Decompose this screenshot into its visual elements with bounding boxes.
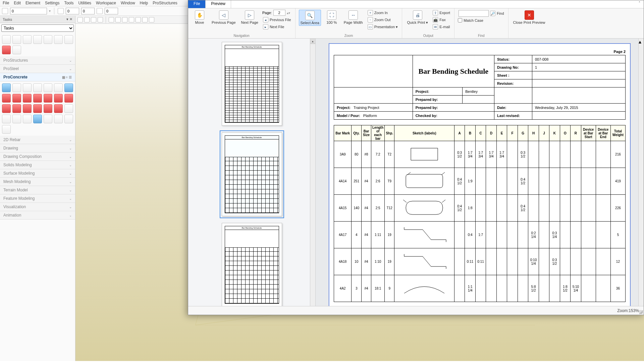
find-label[interactable]: Find (497, 11, 504, 15)
tool-icon[interactable] (33, 35, 42, 44)
tool-icon[interactable] (23, 35, 32, 44)
view-tool-icon[interactable] (142, 17, 148, 22)
menu-edit[interactable]: Edit (14, 1, 21, 5)
chevron-up-icon[interactable]: ˄ (637, 1, 642, 5)
delete-icon[interactable] (2, 46, 11, 54)
spinner-icon[interactable]: ▴▾ (287, 11, 290, 15)
presentation-button[interactable]: ▭Presentation ▾ (367, 24, 399, 30)
tool-icon[interactable] (33, 104, 42, 113)
binoculars-icon[interactable]: 🔎 (490, 11, 495, 16)
view-tool-icon[interactable] (149, 17, 154, 22)
section-drawing-composition[interactable]: Drawing Composition⌄ (0, 153, 75, 161)
tool-icon[interactable] (44, 83, 52, 92)
lineweight-combo[interactable] (81, 8, 95, 14)
tool-icon[interactable] (33, 115, 42, 123)
view-tool-icon[interactable] (129, 17, 134, 22)
fax-button[interactable]: 📠Fax (432, 17, 451, 23)
close-preview-button[interactable]: ✕Close Print Preview (512, 10, 547, 25)
tool-icon[interactable] (54, 83, 63, 92)
arrow-icon[interactable] (2, 35, 11, 44)
next-file-button[interactable]: ▸Next File (262, 24, 292, 30)
view-tool-icon[interactable] (91, 17, 96, 22)
tool-icon[interactable] (33, 83, 42, 92)
section-animation[interactable]: Animation⌄ (0, 211, 75, 220)
tool-icon[interactable] (2, 125, 11, 134)
menu-tools[interactable]: Tools (64, 1, 73, 5)
checkbox-icon[interactable] (458, 18, 462, 22)
previous-page-button[interactable]: ◁Previous Page (210, 10, 237, 25)
tool-icon[interactable] (44, 94, 52, 103)
section-solids-modeling[interactable]: Solids Modeling⌄ (0, 161, 75, 169)
view-tool-icon[interactable] (77, 17, 83, 22)
page-width-button[interactable]: ↔Page Width (342, 10, 364, 25)
help-icon[interactable] (64, 83, 73, 92)
view-tool-icon[interactable] (122, 17, 127, 22)
panel-controls[interactable]: ▾ ✕ (66, 17, 72, 21)
section-prosteel[interactable]: ProSteel⌄ (0, 65, 75, 73)
section-surface-modeling[interactable]: Surface Modeling⌄ (0, 169, 75, 178)
tool-icon[interactable] (2, 94, 11, 103)
section-2d-rebar[interactable]: 2D Rebar⌄ (0, 136, 75, 144)
tool-icon[interactable] (2, 83, 11, 92)
section-proconcrete[interactable]: ProConcrete▦ ≡ ☰ (0, 73, 75, 81)
tool-icon[interactable] (44, 104, 52, 113)
tasks-select[interactable]: Tasks (1, 24, 74, 32)
tool-icon[interactable] (54, 115, 63, 123)
section-terrain-model[interactable]: Terrain Model⌄ (0, 186, 75, 194)
tool-icon[interactable] (64, 115, 73, 123)
section-feature-modeling[interactable]: Feature Modeling⌄ (0, 194, 75, 203)
page-input[interactable] (273, 10, 285, 16)
tool-icon[interactable] (33, 94, 42, 103)
scroll-up-icon[interactable]: ▴ (639, 39, 644, 45)
tool-icon[interactable] (12, 46, 21, 54)
section-drawing[interactable]: Drawing⌄ (0, 144, 75, 153)
section-visualization[interactable]: Visualization⌄ (0, 203, 75, 211)
zoom-out-button[interactable]: －Zoom Out (367, 17, 399, 23)
resize-grip-icon[interactable] (639, 310, 643, 314)
tool-icon[interactable] (44, 35, 52, 44)
select-area-button[interactable]: 🔍Select Area (299, 10, 321, 26)
tool-icon[interactable] (12, 35, 21, 44)
dropdown-icon[interactable]: ▾ (49, 9, 51, 13)
tool-icon[interactable] (54, 94, 63, 103)
previous-file-button[interactable]: ◂Previous File (262, 17, 292, 23)
page-spinner[interactable]: Page:▴▾ (262, 10, 292, 16)
menu-help[interactable]: Help (140, 1, 148, 5)
view-tool-icon[interactable] (109, 17, 114, 22)
view-tool-icon[interactable] (98, 17, 103, 22)
section-mesh-modeling[interactable]: Mesh Modeling⌄ (0, 178, 75, 186)
zoom-in-button[interactable]: ＋Zoom In (367, 10, 399, 16)
tool-icon[interactable] (23, 104, 32, 113)
zoom-100-button[interactable]: ⛶100 % (324, 10, 340, 25)
menu-workspace[interactable]: Workspace (96, 1, 116, 5)
window-controls[interactable]: ˄ (637, 1, 642, 5)
level-combo[interactable] (10, 8, 47, 14)
view-tool-icon[interactable] (115, 17, 121, 22)
view-icons[interactable]: ▦ ≡ ☰ (62, 75, 72, 79)
next-page-button[interactable]: ▷Next Page (240, 10, 260, 25)
menu-window[interactable]: Window (121, 1, 135, 5)
quick-print-button[interactable]: 🖨Quick Print ▾ (406, 10, 429, 25)
view-tool-icon[interactable] (84, 17, 90, 22)
thumbnail-page-3[interactable]: Bar Bending Schedule (222, 223, 282, 306)
toolbar-button[interactable] (2, 8, 8, 14)
linestyle-combo[interactable] (66, 8, 79, 14)
menu-settings[interactable]: Settings (45, 1, 59, 5)
section-prostructures[interactable]: ProStructures⌄ (0, 56, 75, 65)
thumbnail-page-2[interactable]: Bar Bending Schedule (222, 132, 282, 216)
menu-file[interactable]: File (3, 1, 9, 5)
find-input[interactable] (459, 10, 489, 17)
menu-prostructures[interactable]: ProStructures (153, 1, 177, 5)
tool-icon[interactable] (23, 94, 32, 103)
tab-file[interactable]: File (188, 0, 206, 8)
toolbar-button[interactable] (97, 8, 103, 14)
move-button[interactable]: ✋Move (192, 10, 208, 25)
tool-icon[interactable] (2, 115, 11, 123)
page-pane[interactable]: Page 2 Bar Bending Schedule Status: 007-… (316, 39, 644, 306)
tool-icon[interactable] (54, 104, 63, 113)
menu-element[interactable]: Element (25, 1, 40, 5)
tool-icon[interactable] (12, 115, 21, 123)
tool-icon[interactable] (64, 94, 73, 103)
view-tool-icon[interactable] (136, 17, 141, 22)
tool-icon[interactable] (54, 35, 63, 44)
